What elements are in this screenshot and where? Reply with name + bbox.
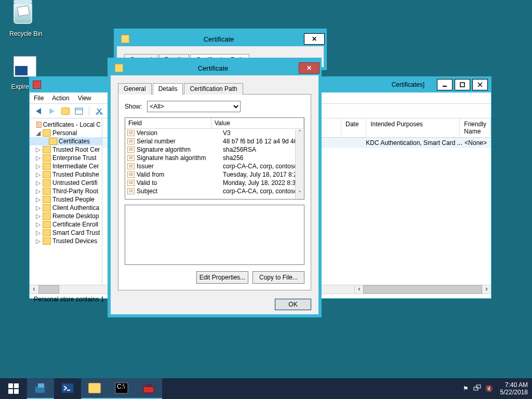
flag-icon[interactable]: ⚑ (463, 385, 469, 392)
menu-action[interactable]: Action (52, 95, 69, 102)
tree-item[interactable]: ▷Trusted Root Cer (30, 145, 102, 154)
task-toolbox[interactable] (135, 378, 162, 399)
tab-details[interactable]: Details (153, 83, 183, 95)
task-explorer[interactable] (81, 378, 108, 399)
task-cmd[interactable]: C:\ (108, 378, 135, 399)
minimize-button[interactable] (437, 79, 453, 90)
back-button[interactable] (33, 105, 44, 117)
tree-panel[interactable]: Certificates - Local C ◢Personal Certifi… (30, 118, 102, 285)
v-scrollbar[interactable]: ˄˅ (295, 129, 304, 199)
menu-view[interactable]: View (78, 95, 91, 102)
tree-item[interactable]: ▷Intermediate Cer (30, 162, 102, 170)
start-button[interactable] (0, 378, 27, 399)
cert-back-close[interactable]: ✕ (304, 33, 325, 45)
edit-properties-button[interactable]: Edit Properties... (196, 271, 248, 284)
details-row[interactable]: Valid fromTuesday, July 18, 2017 8:23:..… (125, 170, 304, 179)
col-field[interactable]: Field (125, 118, 211, 128)
svg-rect-8 (8, 383, 13, 388)
mmc-title-text: Certificates] (392, 81, 424, 88)
details-row[interactable]: Serial number48 b7 f6 bd 16 12 a4 9d 46 … (125, 137, 304, 145)
tree-root[interactable]: Certificates - Local C (30, 121, 102, 129)
svg-rect-14 (62, 383, 73, 393)
cert-front-close[interactable]: ✕ (299, 62, 320, 74)
svg-rect-18 (143, 387, 154, 393)
tree-item[interactable]: ▷Client Authentica (30, 204, 102, 212)
details-row[interactable]: Signature hash algorithmsha256 (125, 154, 304, 162)
cert-front-title: Certificate (127, 64, 299, 72)
tree-item[interactable]: ▷Smart Card Trust (30, 229, 102, 237)
task-server-manager[interactable] (27, 378, 54, 399)
svg-rect-11 (14, 389, 19, 394)
svg-rect-1 (460, 83, 464, 87)
show-select[interactable]: <All> (147, 101, 241, 112)
tree-item[interactable]: ▷Trusted Publishe (30, 170, 102, 179)
svg-rect-13 (38, 383, 44, 388)
svg-rect-4 (75, 108, 83, 114)
details-row[interactable]: Subjectcorp-CA-CA, corp, contoso, com (125, 187, 304, 195)
close-button[interactable] (472, 79, 488, 90)
col-value[interactable]: Value (211, 118, 304, 128)
taskbar: C:\ ⚑ 🔇 7:40 AM 5/22/2018 (0, 378, 532, 399)
svg-rect-9 (14, 383, 19, 388)
forward-button[interactable] (46, 105, 58, 117)
col-date[interactable]: Date (341, 118, 366, 137)
svg-text:C:\: C:\ (117, 383, 125, 390)
cert-back-titlebar[interactable]: Certificate ✕ (117, 32, 324, 46)
col-friendly[interactable]: Friendly Name (460, 118, 491, 137)
task-powershell[interactable] (54, 378, 81, 399)
cert-icon (121, 35, 129, 43)
details-row[interactable]: VersionV3 (125, 129, 304, 137)
details-row[interactable]: Valid toMonday, July 18, 2022 8:33:2... (125, 179, 304, 187)
svg-rect-10 (8, 389, 13, 394)
tab-certpath[interactable]: Certification Path (184, 83, 243, 95)
details-row[interactable]: Signature algorithmsha256RSA (125, 145, 304, 154)
value-box[interactable] (125, 205, 304, 265)
details-row[interactable]: Issuercorp-CA-CA, corp, contoso, com (125, 162, 304, 170)
cert-icon (115, 64, 123, 72)
tree-item[interactable]: ▷Trusted People (30, 195, 102, 204)
up-button[interactable] (60, 105, 71, 117)
copy-to-file-button[interactable]: Copy to File... (252, 271, 304, 284)
details-list[interactable]: Field Value VersionV3Serial number48 b7 … (125, 117, 304, 200)
col-purpose[interactable]: Intended Purposes (366, 118, 460, 137)
cert-back-title: Certificate (134, 35, 304, 43)
system-tray[interactable]: ⚑ 🔇 7:40 AM 5/22/2018 (457, 378, 532, 399)
cert-front-titlebar[interactable]: Certificate ✕ (111, 61, 318, 75)
show-label: Show: (125, 103, 142, 110)
svg-rect-19 (146, 384, 151, 387)
tree-item[interactable]: ▷Remote Desktop (30, 212, 102, 220)
volume-icon[interactable]: 🔇 (485, 385, 493, 392)
svg-rect-20 (474, 387, 478, 390)
maximize-button[interactable] (455, 79, 470, 90)
tree-certificates[interactable]: Certificates (30, 137, 102, 145)
recycle-bin-label: Recycle Bin (8, 30, 44, 37)
recycle-bin[interactable]: Recycle Bin (8, 3, 44, 37)
svg-rect-21 (476, 385, 481, 388)
tree-item[interactable]: ▷Certificate Enroll (30, 220, 102, 229)
network-icon[interactable] (473, 384, 481, 394)
view-button[interactable] (73, 105, 85, 117)
tree-item[interactable]: ▷Third-Party Root (30, 187, 102, 195)
mmc-app-icon (33, 81, 41, 89)
menu-file[interactable]: File (34, 95, 44, 102)
tree-item[interactable]: ▷Enterprise Trust (30, 154, 102, 162)
tab-general[interactable]: General (118, 83, 152, 95)
ok-button[interactable]: OK (275, 299, 311, 310)
tree-item[interactable]: ▷Trusted Devices (30, 237, 102, 245)
clock[interactable]: 7:40 AM 5/22/2018 (500, 381, 528, 396)
tree-personal[interactable]: ◢Personal (30, 129, 102, 137)
cert-dialog-front: Certificate ✕ General Details Certificat… (108, 58, 322, 317)
tree-item[interactable]: ▷Untrusted Certifi (30, 179, 102, 187)
cut-button[interactable] (94, 105, 105, 117)
